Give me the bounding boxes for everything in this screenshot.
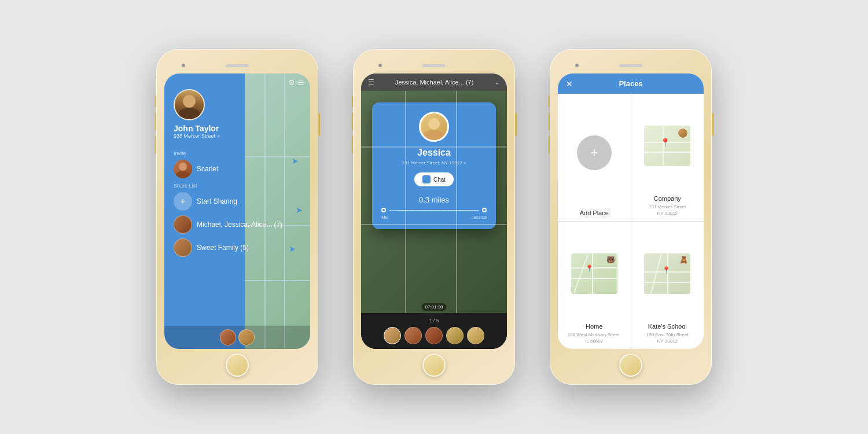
company-name: Company: [654, 195, 681, 202]
phone-1: ➤ ➤ ➤ ⚙ ☰ John Taylor 938 Mercer Street …: [156, 49, 318, 385]
group1-item[interactable]: Michael, Jessica, Alice... (7): [174, 215, 301, 234]
home-name: Home: [586, 323, 602, 330]
share-list-section: Share List + Start Sharing Michael, Jess…: [164, 183, 310, 257]
add-sharing-icon: +: [174, 192, 192, 211]
page-indicator: 1 / 5: [429, 318, 439, 323]
thumb-1[interactable]: [384, 327, 401, 344]
add-place-icon-area: +: [562, 98, 626, 207]
speaker-2: [422, 64, 446, 67]
phone-top-bar-2: [361, 57, 507, 73]
home-button-3[interactable]: [619, 354, 642, 377]
distance-value: 0.3 miles: [381, 196, 487, 204]
user-name: John Taylor: [174, 124, 219, 133]
front-camera-2: [378, 64, 382, 67]
company-pin: 📍: [660, 138, 670, 147]
home-cell[interactable]: 🐻 📍 Home 158 West Madison Street,IL 6060…: [558, 222, 631, 349]
distance-line: [389, 210, 479, 211]
phone-top-bar: [164, 57, 310, 73]
user-address: 938 Mercer Street >: [174, 133, 220, 139]
home-map-area: 🐻 📍: [562, 226, 626, 321]
phone2-nav-header: ☰ Jessica, Michael, Alice... (7) ⌄: [361, 73, 507, 91]
user-profile: John Taylor 938 Mercer Street >: [164, 89, 310, 146]
phone2-screen: ☰ Jessica, Michael, Alice... (7) ⌄ Jessi…: [361, 73, 507, 349]
bottom-avatar-1: [220, 329, 236, 345]
kates-school-name: Kate's School: [648, 323, 687, 330]
distance-bar: [381, 208, 487, 212]
home-button-2[interactable]: [422, 354, 446, 377]
company-map-thumb: 📍: [644, 126, 690, 166]
phone-2: ☰ Jessica, Michael, Alice... (7) ⌄ Jessi…: [353, 49, 515, 385]
thumb-4[interactable]: [446, 327, 464, 344]
jessica-label: Jessica: [471, 215, 487, 220]
phone1-screen: ➤ ➤ ➤ ⚙ ☰ John Taylor 938 Mercer Street …: [164, 73, 310, 349]
thumb-2[interactable]: [404, 327, 422, 344]
chat-button[interactable]: Chat: [414, 172, 454, 186]
invite-section: Invite Scarlet: [164, 150, 310, 178]
thumb-3[interactable]: [425, 327, 443, 344]
timestamp: 07:01:38: [421, 303, 446, 311]
group2-name: Sweet Family (5): [197, 244, 249, 252]
thumbnail-row: [384, 327, 484, 344]
scarlet-avatar: [174, 160, 192, 178]
company-address: 131 Mercer StreetNY 10012: [649, 204, 686, 216]
kates-school-cell[interactable]: 🧸 📍 Kate's School 150 East 70th StreetNY…: [631, 222, 704, 349]
home-button[interactable]: [226, 354, 249, 377]
invite-label: Invite: [174, 150, 301, 156]
company-person-icon: [678, 128, 688, 138]
bottom-user-bar: [164, 326, 310, 349]
distance-labels: Me Jessica: [381, 215, 487, 220]
bottom-avatar-2: [238, 329, 255, 345]
school-person-icon: 🧸: [679, 256, 688, 264]
front-camera: [182, 64, 185, 67]
phone1-header: ⚙ ☰: [164, 73, 310, 89]
group1-name: Michael, Jessica, Alice... (7): [197, 220, 282, 229]
jessica-avatar: [419, 112, 449, 142]
chevron-down-icon[interactable]: ⌄: [494, 78, 500, 86]
phone-3: ✕ Places + Add Place: [550, 49, 712, 385]
company-map-area: 📍: [636, 98, 700, 193]
school-pin: 📍: [662, 266, 671, 274]
me-dot: [381, 208, 386, 212]
jessica-name: Jessica: [417, 148, 451, 158]
group-title: Jessica, Michael, Alice... (7): [395, 79, 474, 86]
map-bg-2: Jessica 131 Mercer Street, NY 10012 > Ch…: [361, 91, 507, 313]
home-pin: 📍: [585, 264, 594, 273]
close-button[interactable]: ✕: [566, 79, 573, 89]
group2-avatar: [174, 238, 192, 257]
settings-icon[interactable]: ⚙: [288, 78, 295, 87]
menu-icon[interactable]: ☰: [297, 78, 304, 87]
chat-icon: [422, 175, 431, 183]
scarlet-name: Scarlet: [197, 165, 218, 173]
phone-top-bar-3: [558, 57, 704, 73]
me-label: Me: [381, 215, 388, 220]
group1-avatar: [174, 215, 192, 234]
school-map-thumb: 🧸 📍: [644, 253, 690, 294]
phone3-screen: ✕ Places + Add Place: [558, 73, 704, 349]
start-sharing-label: Start Sharing: [197, 197, 237, 205]
company-cell[interactable]: 📍 Company 131 Mercer StreetNY 10012: [631, 94, 704, 221]
avatar: [174, 89, 205, 120]
school-map-area: 🧸 📍: [636, 226, 700, 321]
group2-item[interactable]: Sweet Family (5): [174, 238, 301, 257]
speaker-3: [619, 64, 642, 67]
start-sharing-item[interactable]: + Start Sharing: [174, 192, 301, 211]
places-title: Places: [619, 79, 642, 88]
add-place-name: Add Place: [580, 209, 609, 216]
distance-section: 0.3 miles Me Jessica: [381, 196, 487, 220]
chat-label: Chat: [433, 176, 446, 183]
kates-school-address: 150 East 70th StreetNY 10012: [646, 332, 689, 344]
add-place-circle: +: [577, 135, 612, 170]
add-place-cell[interactable]: + Add Place: [558, 94, 631, 221]
share-list-label: Share List: [174, 183, 301, 189]
home-person-icon: 🐻: [606, 256, 615, 264]
places-header: ✕ Places: [558, 73, 704, 94]
phone2-bottom-bar: 1 / 5: [361, 313, 507, 349]
thumb-5[interactable]: [467, 327, 484, 344]
jessica-dot: [482, 208, 487, 212]
invite-item[interactable]: Scarlet: [174, 160, 301, 178]
jessica-card: Jessica 131 Mercer Street, NY 10012 > Ch…: [372, 102, 496, 229]
speaker: [226, 64, 249, 67]
menu-icon-2[interactable]: ☰: [368, 78, 374, 86]
home-map-thumb: 🐻 📍: [571, 253, 617, 294]
front-camera-3: [575, 64, 579, 67]
